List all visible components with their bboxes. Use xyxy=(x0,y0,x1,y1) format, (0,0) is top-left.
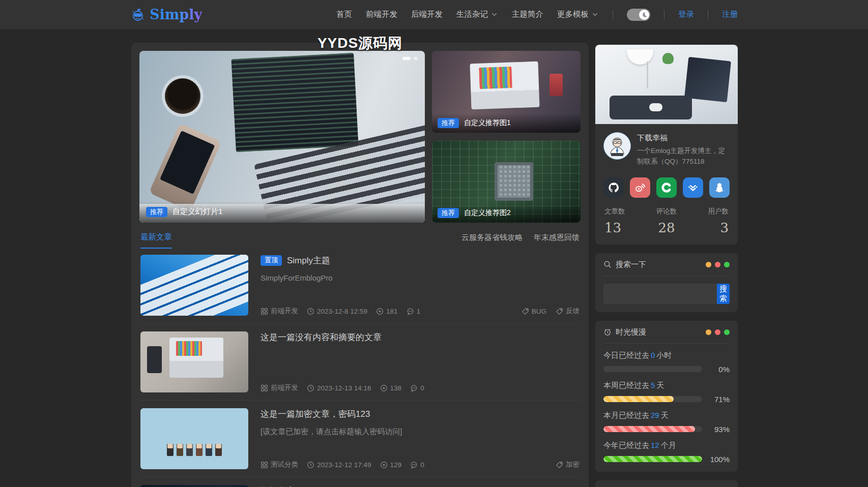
progress-percent: 93% xyxy=(707,425,730,434)
qq-icon[interactable] xyxy=(709,177,730,198)
time-progress-week: 本周已经过去5天 71% xyxy=(603,381,730,404)
slide-caption-text: 自定义幻灯片1 xyxy=(172,207,222,217)
tag-encrypted[interactable]: 加密 xyxy=(556,460,580,469)
article-thumbnail[interactable] xyxy=(140,331,248,392)
main-content: YYDS源码网 推荐 自定义幻灯片1 xyxy=(131,43,589,487)
tab-latest-articles[interactable]: 最新文章 xyxy=(140,232,172,249)
article-comments[interactable]: 0 xyxy=(410,461,424,469)
divider xyxy=(603,276,730,276)
divider xyxy=(603,343,730,344)
progress-fill xyxy=(603,396,674,402)
profile-name: 下载幸福 xyxy=(637,133,730,143)
slide-caption-text: 自定义推荐图1 xyxy=(464,118,511,128)
time-progress-year: 今年已经过去12个月 100% xyxy=(603,441,730,464)
link-year-end[interactable]: 年末感恩回馈 xyxy=(534,233,580,242)
photo-shape xyxy=(165,78,200,114)
progress-track xyxy=(603,396,702,402)
pinned-badge: 置顶 xyxy=(261,255,282,265)
article-excerpt: SimplyForEmblogPro xyxy=(261,273,580,282)
article-comments[interactable]: 0 xyxy=(410,384,424,392)
article-tabbar: 最新文章 云服务器省钱攻略 年末感恩回馈 xyxy=(139,232,581,249)
sidebar: 下载幸福 一个Emlog主题开发博主，定制联系（QQ）775118 文章数 13… xyxy=(595,45,738,487)
stat-users: 用户数 3 xyxy=(708,207,729,235)
time-card: 时光慢漫 今日已经过去0小时 0% 本周已经过去5天 71% 本月已经过去29天 xyxy=(595,321,738,472)
slide-caption: 推荐 自定义推荐图1 xyxy=(432,113,581,133)
eye-icon xyxy=(380,461,388,469)
cloud-drive-icon[interactable] xyxy=(683,177,703,198)
nav-item-life[interactable]: 生活杂记 xyxy=(456,9,498,20)
eye-icon xyxy=(376,308,384,315)
clock-icon xyxy=(307,384,314,392)
cover-photo xyxy=(595,45,738,124)
site-logo[interactable]: Simply xyxy=(130,7,202,22)
photo-shape xyxy=(167,444,173,456)
article-category[interactable]: 测试分类 xyxy=(261,460,298,469)
article-thumbnail[interactable] xyxy=(140,255,248,316)
carousel-dot-active[interactable] xyxy=(402,57,411,60)
search-input[interactable] xyxy=(603,284,717,304)
article-title[interactable]: Simply主题 xyxy=(287,255,330,266)
thumb-photo xyxy=(140,485,248,487)
photo-shape xyxy=(495,162,533,201)
grid-icon xyxy=(261,308,268,315)
login-link[interactable]: 登录 xyxy=(678,9,694,20)
photo-shape xyxy=(176,341,202,356)
article-title[interactable]: 这是一篇加密文章，密码123 xyxy=(261,408,370,420)
slide-caption-text: 自定义推荐图2 xyxy=(464,208,511,218)
search-button[interactable]: 搜索 xyxy=(717,284,730,304)
recommend-badge: 推荐 xyxy=(146,207,167,217)
avatar[interactable] xyxy=(603,132,631,160)
register-link[interactable]: 注册 xyxy=(722,9,738,20)
moon-icon xyxy=(641,11,648,18)
link-cloud-server[interactable]: 云服务器省钱攻略 xyxy=(461,233,523,242)
article-thumbnail[interactable] xyxy=(140,485,248,487)
comment-icon xyxy=(407,308,414,315)
c-site-icon[interactable] xyxy=(656,177,677,198)
article-list: 置顶 Simply主题 SimplyForEmblogPro 前端开发 2023… xyxy=(139,249,581,487)
slide-caption: 推荐 自定义推荐图2 xyxy=(432,203,581,223)
nav-item-home[interactable]: 首页 xyxy=(336,9,352,20)
tag-icon xyxy=(556,461,563,469)
photo-shape xyxy=(232,53,359,152)
article-comments[interactable]: 1 xyxy=(407,308,421,315)
carousel-dots xyxy=(402,57,418,60)
search-card: 搜索一下 搜索 xyxy=(595,253,738,312)
photo-shape xyxy=(196,444,202,456)
dark-mode-toggle[interactable] xyxy=(627,9,650,21)
tag-bug[interactable]: BUG xyxy=(522,307,546,316)
photo-shape xyxy=(206,444,212,456)
grid-icon xyxy=(261,384,268,392)
recommend-slide-1[interactable]: 推荐 自定义推荐图1 xyxy=(432,51,581,133)
photo-shape xyxy=(627,49,653,65)
page-title: YYDS源码网 xyxy=(131,34,589,53)
comment-icon xyxy=(410,461,418,469)
article-meta: 前端开发 2023-12-8 12:59 181 1 BUG 反馈 xyxy=(261,307,580,316)
photo-shape xyxy=(215,444,222,456)
nav-divider xyxy=(664,10,664,19)
nav-item-backend[interactable]: 后端开发 xyxy=(411,9,443,20)
photo-shape xyxy=(647,62,648,88)
photo-shape xyxy=(177,444,183,456)
photo-shape xyxy=(662,53,674,64)
carousel-main-slide[interactable]: 推荐 自定义幻灯片1 xyxy=(139,51,425,223)
nav-item-theme-intro[interactable]: 主题简介 xyxy=(512,9,543,20)
article-date: 2023-12-12 17:49 xyxy=(307,461,371,469)
github-icon[interactable] xyxy=(603,177,624,198)
recommend-slide-2[interactable]: 推荐 自定义推荐图2 xyxy=(432,141,581,223)
search-card-title: 搜索一下 xyxy=(616,260,646,269)
article-thumbnail[interactable] xyxy=(140,408,248,469)
tag-feedback[interactable]: 反馈 xyxy=(556,307,580,316)
nav-item-more-templates[interactable]: 更多模板 xyxy=(557,9,599,20)
article-views: 138 xyxy=(380,384,402,392)
article-title[interactable]: 这是一篇没有内容和摘要的文章 xyxy=(261,331,382,343)
article-category[interactable]: 前端开发 xyxy=(261,383,298,392)
dot-red xyxy=(715,329,720,335)
article-category[interactable]: 前端开发 xyxy=(261,307,298,316)
profile-cover-image xyxy=(595,45,738,124)
weibo-icon[interactable] xyxy=(630,177,650,198)
nav-item-frontend[interactable]: 前端开发 xyxy=(366,9,397,20)
article-title[interactable]: 视频文章 xyxy=(261,485,295,487)
recommend-badge: 推荐 xyxy=(438,118,459,128)
carousel-dot[interactable] xyxy=(414,57,418,60)
photo-shape xyxy=(649,103,662,111)
